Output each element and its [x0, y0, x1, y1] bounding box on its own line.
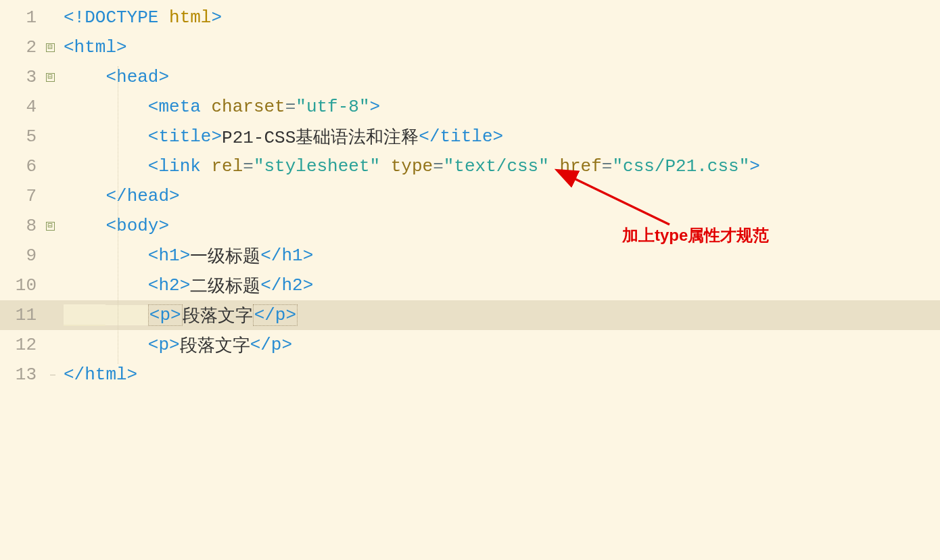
- code-line[interactable]: 5 <title>P21-CSS基础语法和注释</title>: [0, 122, 940, 151]
- line-number: 6: [0, 156, 42, 177]
- code-line-current[interactable]: 11 <p>段落文字</p>: [0, 300, 940, 330]
- p-text: 段落文字: [180, 333, 250, 357]
- code-content[interactable]: <link rel="stylesheet" type="text/css" h…: [58, 156, 940, 177]
- code-content[interactable]: <html>: [58, 37, 940, 57]
- code-line[interactable]: 12 <p>段落文字</p>: [0, 330, 940, 360]
- doctype-keyword: html: [169, 7, 211, 28]
- code-line[interactable]: 4 <meta charset="utf-8">: [0, 92, 940, 122]
- code-content[interactable]: <!DOCTYPE html>: [58, 7, 940, 28]
- line-number: 11: [0, 305, 42, 325]
- code-content[interactable]: <meta charset="utf-8">: [58, 97, 940, 117]
- h1-text: 一级标题: [190, 244, 260, 268]
- code-content[interactable]: <body>: [58, 216, 940, 236]
- code-line[interactable]: 1 <!DOCTYPE html>: [0, 3, 940, 32]
- code-content[interactable]: <p>段落文字</p>: [58, 304, 940, 327]
- line-number: 12: [0, 335, 42, 355]
- fold-gutter[interactable]: ⊟: [42, 222, 58, 231]
- code-line[interactable]: 2 ⊟ <html>: [0, 32, 940, 62]
- code-content[interactable]: <h2>二级标题</h2>: [58, 274, 940, 298]
- fold-gutter[interactable]: ⊟: [42, 43, 58, 52]
- line-number: 3: [0, 67, 42, 87]
- match-close-tag: </p>: [253, 304, 298, 326]
- code-editor[interactable]: 1 <!DOCTYPE html> 2 ⊟ <html> 3 ⊟ <head> …: [0, 0, 940, 390]
- title-text: P21-CSS基础语法和注释: [222, 125, 419, 149]
- line-number: 10: [0, 275, 42, 296]
- fold-gutter[interactable]: ⊟: [42, 73, 58, 82]
- line-number: 13: [0, 365, 42, 385]
- code-content[interactable]: <p>段落文字</p>: [58, 333, 940, 357]
- code-content[interactable]: <title>P21-CSS基础语法和注释</title>: [58, 125, 940, 149]
- match-open-tag: <p>: [148, 304, 183, 326]
- line-number: 4: [0, 97, 42, 117]
- h2-text: 二级标题: [190, 274, 260, 298]
- line-number: 1: [0, 7, 42, 28]
- code-line[interactable]: 6 <link rel="stylesheet" type="text/css"…: [0, 151, 940, 181]
- code-content[interactable]: </html>: [58, 365, 940, 385]
- code-content[interactable]: <h1>一级标题</h1>: [58, 244, 940, 268]
- code-content[interactable]: </head>: [58, 186, 940, 206]
- code-content[interactable]: <head>: [58, 67, 940, 87]
- line-number: 5: [0, 126, 42, 147]
- code-line[interactable]: 8 ⊟ <body>: [0, 211, 940, 241]
- code-line[interactable]: 3 ⊟ <head>: [0, 62, 940, 92]
- line-number: 9: [0, 246, 42, 266]
- code-line[interactable]: 7 </head>: [0, 181, 940, 211]
- fold-collapse-icon[interactable]: ⊟: [46, 222, 55, 231]
- code-line[interactable]: 13 </html>: [0, 360, 940, 390]
- line-number: 8: [0, 216, 42, 236]
- line-number: 2: [0, 37, 42, 57]
- p-text: 段落文字: [183, 304, 253, 327]
- fold-collapse-icon[interactable]: ⊟: [46, 43, 55, 52]
- annotation-text: 加上type属性才规范: [622, 225, 769, 246]
- code-line[interactable]: 9 <h1>一级标题</h1>: [0, 241, 940, 271]
- fold-collapse-icon[interactable]: ⊟: [46, 73, 55, 82]
- code-line[interactable]: 10 <h2>二级标题</h2>: [0, 271, 940, 300]
- line-number: 7: [0, 186, 42, 206]
